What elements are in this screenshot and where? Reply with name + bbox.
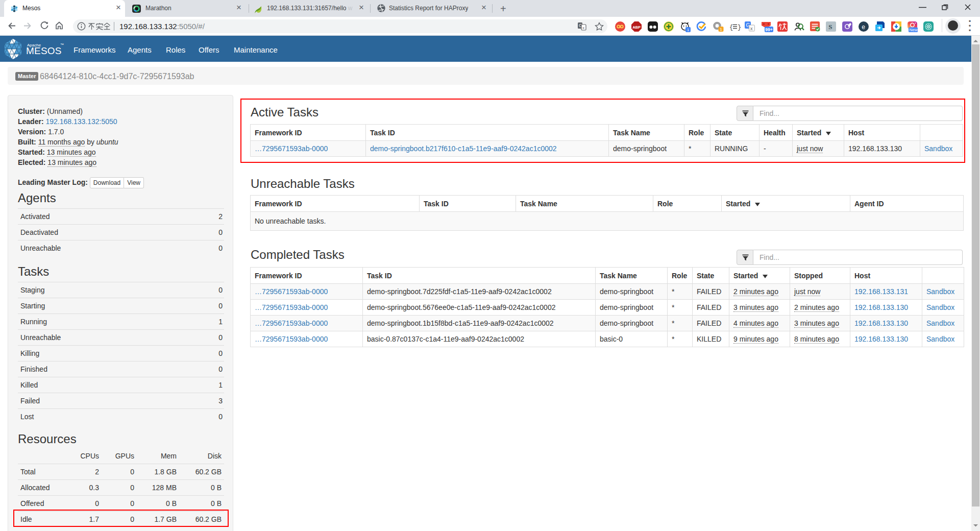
svg-text:99+: 99+ — [765, 27, 772, 32]
svg-text:e: e — [862, 23, 865, 31]
svg-text:1: 1 — [720, 27, 722, 32]
svg-text:1: 1 — [687, 28, 690, 32]
svg-text:x: x — [582, 26, 584, 30]
svg-text:ABP: ABP — [632, 25, 641, 30]
svg-text:New: New — [910, 28, 918, 32]
svg-text:S: S — [828, 23, 832, 31]
svg-text:x: x — [750, 26, 753, 31]
svg-text:{: { — [729, 24, 733, 31]
svg-text:}: } — [738, 24, 741, 31]
